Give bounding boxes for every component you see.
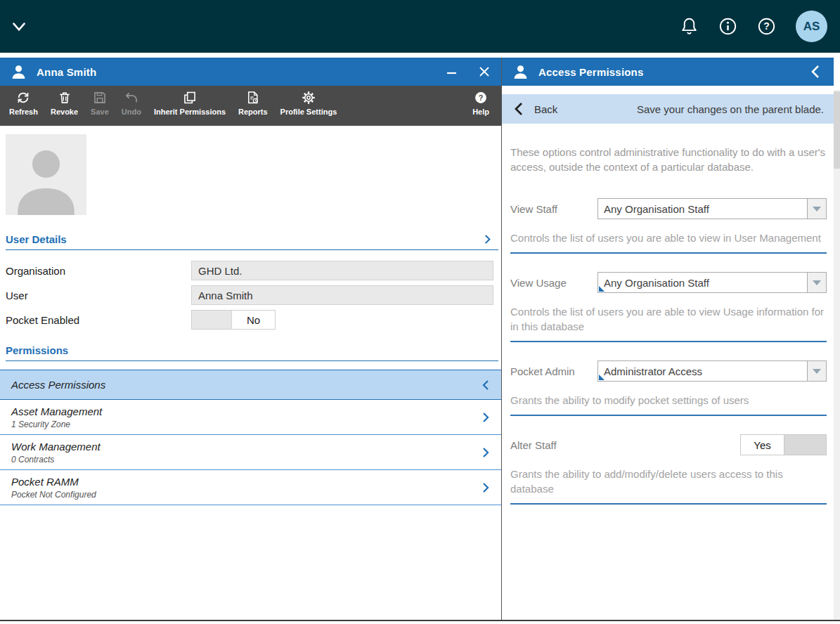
blade-title: Access Permissions (538, 66, 644, 78)
chevron-right-icon (480, 412, 491, 423)
blade-container: Anna Smith Refresh (0, 58, 840, 620)
minimize-button[interactable] (445, 65, 459, 79)
access-permissions-main: Access Permissions Back Save your change… (502, 58, 834, 620)
dropdown-value: Any Organisation Staff (598, 199, 807, 219)
scrollbar-thumb[interactable] (834, 91, 840, 169)
list-item-access-permissions[interactable]: Access Permissions (0, 370, 501, 400)
dropdown-arrow-button[interactable] (807, 361, 826, 381)
access-permissions-header: Access Permissions (502, 58, 834, 86)
view-usage-dropdown[interactable]: Any Organisation Staff (597, 272, 827, 293)
help-button[interactable]: ? Help (466, 91, 496, 116)
reports-button[interactable]: Reports (232, 91, 274, 116)
chevron-down-icon (813, 369, 821, 374)
section-title: Permissions (6, 344, 68, 356)
permissions-list: Access Permissions Asset Management 1 Se… (0, 370, 501, 505)
chevron-down-icon[interactable] (10, 18, 28, 36)
back-button[interactable]: Back (534, 103, 557, 115)
trash-icon (58, 91, 72, 105)
blade-gap (0, 53, 840, 58)
help-circle-icon[interactable]: ? (757, 17, 776, 36)
profile-settings-button[interactable]: Profile Settings (274, 91, 344, 116)
list-item-title: Asset Management (11, 405, 102, 417)
profile-photo-placeholder (6, 134, 86, 215)
chevron-right-icon (482, 234, 493, 245)
toggle-value: No (232, 311, 275, 329)
field-help-text: Grants the ability to modify pocket sett… (510, 393, 827, 408)
save-icon (93, 91, 107, 105)
toggle-knob (784, 435, 826, 455)
field-label: View Usage (510, 277, 567, 289)
person-icon (10, 63, 27, 81)
user-field[interactable]: Anna Smith (191, 285, 493, 305)
dropdown-arrow-button[interactable] (807, 199, 826, 219)
list-item-title: Access Permissions (11, 379, 105, 391)
person-icon (512, 63, 529, 81)
list-item-text: Pocket RAMM Pocket Not Configured (11, 476, 96, 500)
field-group-alter-staff: Alter Staff Yes Grants the ability to ad… (510, 434, 827, 505)
toggle-knob (192, 311, 232, 329)
app-window: ? AS Anna Smith (0, 0, 840, 624)
pocket-enabled-toggle[interactable]: No (191, 310, 276, 330)
list-item-text: Asset Management 1 Security Zone (11, 405, 102, 429)
field-help-text: Grants the ability to add/modify/delete … (510, 467, 827, 496)
refresh-button[interactable]: Refresh (3, 91, 44, 116)
organisation-field[interactable]: GHD Ltd. (191, 261, 493, 280)
collapse-blade-icon[interactable] (808, 64, 824, 79)
list-item-asset-management[interactable]: Asset Management 1 Security Zone (0, 400, 501, 435)
section-user-details[interactable]: User Details (6, 233, 498, 250)
user-blade-header: Anna Smith (0, 58, 501, 86)
modified-indicator (599, 375, 605, 380)
back-chevron-icon[interactable] (512, 101, 527, 117)
refresh-icon (16, 91, 30, 105)
avatar[interactable]: AS (796, 11, 827, 42)
field-value: GHD Ltd. (198, 265, 243, 277)
list-item-title: Work Management (11, 441, 101, 453)
info-icon[interactable] (718, 17, 737, 36)
undo-button[interactable]: Undo (115, 91, 148, 116)
access-permissions-body: These options control administrative fun… (502, 124, 834, 620)
toolbar-button-label: Reports (238, 108, 268, 116)
dropdown-arrow-button[interactable] (807, 273, 826, 292)
field-help-text: Controls the list of users you are able … (510, 230, 827, 245)
notifications-bell-icon[interactable] (680, 17, 699, 36)
modified-indicator (599, 286, 605, 292)
field-group-pocket-admin: Pocket Admin Administrator Access Grants… (510, 360, 827, 416)
svg-text:?: ? (479, 93, 484, 102)
toolbar-button-label: Inherit Permissions (154, 108, 226, 116)
toolbar-button-label: Revoke (51, 108, 78, 116)
chevron-left-icon (480, 379, 491, 391)
window-controls (445, 65, 491, 79)
report-icon (246, 91, 260, 105)
field-group-view-staff: View Staff Any Organisation Staff Contro… (510, 198, 827, 254)
inherit-permissions-button[interactable]: Inherit Permissions (148, 91, 232, 116)
revoke-button[interactable]: Revoke (44, 91, 84, 116)
alter-staff-toggle[interactable]: Yes (740, 434, 827, 455)
toolbar-button-label: Save (91, 108, 109, 116)
list-item-pocket-ramm[interactable]: Pocket RAMM Pocket Not Configured (0, 470, 501, 505)
field-label: Alter Staff (510, 439, 557, 451)
blade-title: Anna Smith (37, 66, 96, 78)
save-changes-message: Save your changes on the parent blade. (637, 103, 824, 115)
scrollbar-track[interactable] (834, 90, 840, 620)
form-row-user: User Anna Smith (6, 285, 496, 305)
close-button[interactable] (477, 65, 491, 79)
view-staff-dropdown[interactable]: Any Organisation Staff (597, 198, 827, 219)
field-label: Pocket Admin (510, 365, 575, 377)
field-value: Anna Smith (198, 290, 253, 301)
toolbar-button-label: Undo (122, 108, 141, 116)
toolbar-button-label: Profile Settings (280, 108, 337, 116)
chevron-down-icon (813, 280, 821, 285)
list-item-work-management[interactable]: Work Management 0 Contracts (0, 435, 501, 470)
divider (510, 252, 827, 254)
chevron-down-icon (813, 207, 821, 212)
user-blade-body: User Details Organisation GHD Ltd. User (0, 126, 501, 620)
dropdown-value: Administrator Access (598, 361, 807, 381)
field-label: View Staff (510, 203, 557, 215)
list-item-subtitle: Pocket Not Configured (11, 490, 96, 500)
pocket-admin-dropdown[interactable]: Administrator Access (597, 360, 827, 382)
save-button[interactable]: Save (84, 91, 115, 116)
scrollbar[interactable] (834, 58, 840, 620)
form-row-pocket-enabled: Pocket Enabled No (6, 310, 496, 330)
chevron-right-icon (480, 482, 491, 493)
section-title: User Details (6, 233, 67, 245)
